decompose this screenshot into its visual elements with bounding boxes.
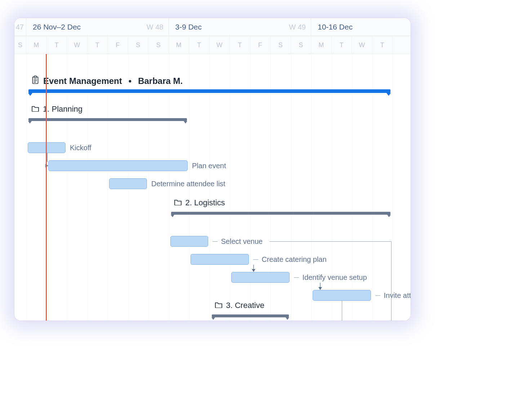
gantt-body[interactable]: Event Management•Barbara M.1. PlanningKi… [14, 54, 411, 321]
task-bar-catering[interactable] [191, 254, 249, 265]
week-number-label: W 49 [289, 23, 306, 31]
task-label: Determine attendee list [151, 178, 225, 189]
group-title-logistics[interactable]: 2. Logistics [174, 198, 225, 207]
group-title-planning[interactable]: 1. Planning [31, 104, 82, 114]
task-label: Kickoff [70, 142, 91, 153]
timeline-header: 47 26 Nov–2 DecW 483-9 DecW 4910-16 Dec … [14, 18, 411, 54]
project-owner: Barbara M. [138, 76, 183, 86]
day-cell: S [14, 36, 26, 54]
project-title[interactable]: Event Management•Barbara M. [32, 76, 183, 86]
task-bar-setup[interactable] [231, 272, 290, 283]
task-label: Select venue [213, 236, 263, 247]
task-label: Plan event [192, 160, 226, 171]
task-label: Identify venue setup [294, 272, 367, 283]
folder-icon [174, 198, 182, 207]
week-range-label: 10-16 Dec [318, 23, 353, 31]
task-bar-venue[interactable] [170, 236, 208, 247]
svg-rect-1 [34, 76, 37, 77]
day-cell: M [169, 36, 189, 54]
week-number-label: W 48 [147, 23, 164, 31]
day-cell: T [47, 36, 67, 54]
clipboard-icon [32, 76, 39, 86]
day-cell: W [352, 36, 372, 54]
day-cell: S [128, 36, 149, 54]
day-cell: M [311, 36, 332, 54]
project-name: Event Management [43, 76, 122, 86]
task-bar-plan[interactable] [48, 160, 188, 171]
separator-dot: • [129, 76, 131, 86]
dependency-link [269, 241, 392, 242]
day-cell: T [332, 36, 352, 54]
project-span-bar[interactable] [28, 89, 390, 93]
group-span-bar[interactable] [28, 118, 187, 121]
folder-icon [31, 104, 39, 114]
today-indicator [46, 54, 47, 321]
group-span-bar[interactable] [171, 212, 391, 215]
week-range-label: 26 Nov–2 Dec [33, 23, 81, 31]
day-cell: T [230, 36, 250, 54]
group-label: 1. Planning [43, 104, 82, 114]
weeks-row: 47 26 Nov–2 DecW 483-9 DecW 4910-16 Dec [14, 18, 411, 36]
task-label: Create catering plan [253, 254, 327, 265]
day-cell: S [271, 36, 291, 54]
day-cell: S [148, 36, 169, 54]
prev-week-number: 47 [14, 18, 26, 36]
week-cell[interactable]: 10-16 Dec [311, 18, 411, 36]
group-span-bar[interactable] [212, 314, 289, 317]
day-cell: F [250, 36, 271, 54]
day-cell: S [291, 36, 312, 54]
group-label: 2. Logistics [185, 198, 225, 207]
week-range-label: 3-9 Dec [175, 23, 202, 31]
days-row: SMTWTFSSMTWTFSSMTWT [14, 36, 411, 54]
day-cell: T [189, 36, 210, 54]
task-bar-invite[interactable] [313, 290, 371, 301]
day-cell: M [26, 36, 47, 54]
folder-icon [215, 301, 223, 310]
task-label: Invite attendees [375, 290, 411, 301]
task-bar-attendee[interactable] [109, 178, 147, 189]
group-label: 3. Creative [226, 301, 264, 310]
group-title-creative[interactable]: 3. Creative [215, 301, 264, 310]
day-cell: F [108, 36, 128, 54]
gantt-frame: 47 26 Nov–2 DecW 483-9 DecW 4910-16 Dec … [14, 18, 411, 321]
day-cell: T [372, 36, 393, 54]
week-cell[interactable]: 26 Nov–2 DecW 48 [26, 18, 169, 36]
day-cell: W [210, 36, 230, 54]
week-cell[interactable]: 3-9 DecW 49 [169, 18, 312, 36]
day-cell: W [67, 36, 88, 54]
day-cell: T [88, 36, 108, 54]
